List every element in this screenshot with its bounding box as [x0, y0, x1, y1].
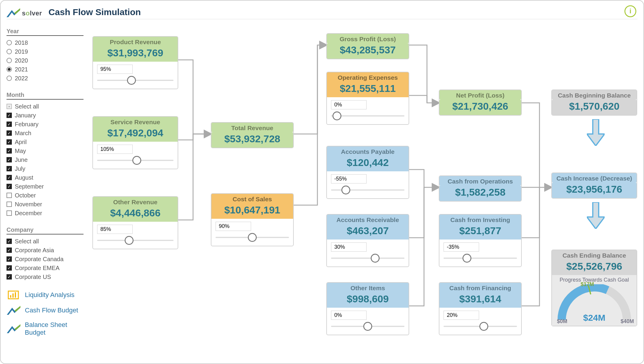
gauge-min-label: $0M — [557, 318, 567, 325]
slider-value[interactable]: -55% — [331, 174, 367, 183]
company-filter-label: Company — [7, 226, 83, 234]
node-label: Cost of Sales — [211, 194, 293, 203]
month-option-february[interactable]: February — [7, 120, 89, 129]
month-filter-label: Month — [7, 92, 83, 100]
flow-canvas: Product Revenue $31,993,769 95% Service … — [92, 30, 637, 360]
slider-value[interactable]: 95% — [97, 65, 133, 74]
company-option-corporate asia[interactable]: Corporate Asia — [7, 246, 89, 255]
slider[interactable] — [331, 322, 404, 331]
down-arrow-icon — [587, 202, 605, 229]
company-select-all[interactable]: Select all — [7, 237, 89, 246]
node-label: Cash Increase (Decrease) — [552, 173, 637, 183]
header-divider — [7, 19, 637, 19]
slider-value[interactable]: 0% — [331, 100, 367, 109]
node-value: $391,614 — [439, 292, 521, 308]
solver-logo: solver — [7, 8, 42, 17]
gauge-title: Progress Towards Cash Goal — [555, 277, 634, 283]
info-icon[interactable]: i — [624, 5, 636, 17]
month-option-september[interactable]: September — [7, 182, 89, 191]
svg-marker-1 — [14, 8, 20, 14]
checkbox-icon — [7, 139, 12, 145]
year-option-2018[interactable]: 2018 — [7, 38, 89, 47]
logo-text: solver — [22, 9, 42, 17]
month-option-label: July — [15, 164, 25, 173]
solver-mark-icon — [7, 324, 21, 333]
node-cash-increase-decrease: Cash Increase (Decrease) $23,956,176 — [551, 173, 637, 199]
slider[interactable] — [97, 156, 174, 165]
node-value: $120,442 — [327, 156, 409, 171]
slider-value[interactable]: 85% — [97, 225, 133, 234]
solver-mark-icon — [7, 306, 21, 315]
checkbox-icon — [7, 256, 12, 262]
month-option-july[interactable]: July — [7, 164, 89, 173]
month-option-label: August — [15, 173, 33, 182]
month-option-label: March — [15, 129, 31, 138]
link-liquidity-analysis[interactable]: Liquidity Analysis — [7, 290, 89, 300]
month-option-june[interactable]: June — [7, 155, 89, 164]
checkbox-icon — [7, 265, 12, 271]
company-option-corporate us[interactable]: Corporate US — [7, 272, 89, 281]
year-option-2021[interactable]: 2021 — [7, 65, 89, 74]
year-option-label: 2018 — [15, 38, 28, 47]
node-label: Accounts Receivable — [327, 215, 409, 224]
node-value: $463,207 — [327, 224, 409, 240]
month-option-may[interactable]: May — [7, 146, 89, 155]
checkbox-icon — [7, 166, 12, 171]
slider[interactable] — [97, 236, 174, 245]
node-value: $21,555,111 — [327, 82, 409, 97]
node-label: Cash Ending Balance — [552, 250, 637, 260]
node-label: Net Profit (Loss) — [439, 90, 521, 100]
svg-rect-5 — [15, 292, 16, 298]
radio-icon — [7, 67, 12, 72]
gauge-center-value: $24M — [583, 313, 605, 323]
month-option-august[interactable]: August — [7, 173, 89, 182]
svg-rect-4 — [12, 293, 14, 298]
svg-marker-7 — [15, 306, 20, 312]
month-option-label: November — [15, 200, 42, 209]
node-accounts-payable: Accounts Payable $120,442 -55% — [326, 146, 409, 199]
year-filter-label: Year — [7, 28, 83, 36]
node-product-revenue: Product Revenue $31,993,769 95% — [92, 36, 178, 89]
year-option-2020[interactable]: 2020 — [7, 56, 89, 65]
month-option-january[interactable]: January — [7, 111, 89, 120]
year-option-2019[interactable]: 2019 — [7, 47, 89, 56]
slider[interactable] — [444, 322, 517, 331]
slider-value[interactable]: 105% — [97, 145, 133, 154]
month-option-label: April — [15, 138, 27, 146]
month-select-all-label: Select all — [15, 102, 39, 111]
link-cash-flow-budget[interactable]: Cash Flow Budget — [7, 306, 89, 315]
slider[interactable] — [331, 185, 404, 195]
node-label: Gross Profit (Loss) — [327, 34, 409, 43]
month-option-april[interactable]: April — [7, 138, 89, 146]
radio-icon — [7, 58, 12, 63]
month-option-november[interactable]: November — [7, 200, 89, 209]
slider[interactable] — [216, 233, 289, 242]
node-net-profit: Net Profit (Loss) $21,730,426 — [439, 90, 522, 116]
node-service-revenue: Service Revenue $17,492,094 105% — [92, 116, 178, 169]
slider-value[interactable]: -35% — [444, 242, 479, 252]
slider[interactable] — [444, 253, 517, 263]
slider[interactable] — [331, 253, 404, 263]
slider-value[interactable]: 20% — [444, 311, 479, 320]
slider[interactable] — [331, 111, 404, 121]
month-option-march[interactable]: March — [7, 129, 89, 138]
month-select-all[interactable]: ▪ Select all — [7, 102, 89, 111]
month-option-december[interactable]: December — [7, 209, 89, 218]
slider-value[interactable]: 0% — [331, 311, 367, 320]
company-option-corporate emea[interactable]: Corporate EMEA — [7, 264, 89, 272]
node-label: Operating Expenses — [327, 72, 409, 82]
slider[interactable] — [97, 76, 174, 85]
bar-chart-icon — [7, 290, 21, 300]
company-option-corporate canada[interactable]: Corporate Canada — [7, 255, 89, 264]
node-value: $53,932,728 — [211, 132, 293, 148]
month-option-october[interactable]: October — [7, 191, 89, 200]
month-option-label: September — [15, 182, 44, 191]
month-option-label: May — [15, 146, 26, 155]
link-balance-sheet-budget[interactable]: Balance Sheet Budget — [7, 321, 89, 336]
node-operating-expenses: Operating Expenses $21,555,111 0% — [326, 72, 409, 125]
slider-value[interactable]: 30% — [331, 242, 367, 252]
year-option-2022[interactable]: 2022 — [7, 74, 89, 83]
month-filter: Month ▪ Select all JanuaryFebruaryMarchA… — [7, 92, 89, 218]
slider-value[interactable]: 90% — [216, 222, 251, 231]
checkbox-icon — [7, 202, 12, 207]
